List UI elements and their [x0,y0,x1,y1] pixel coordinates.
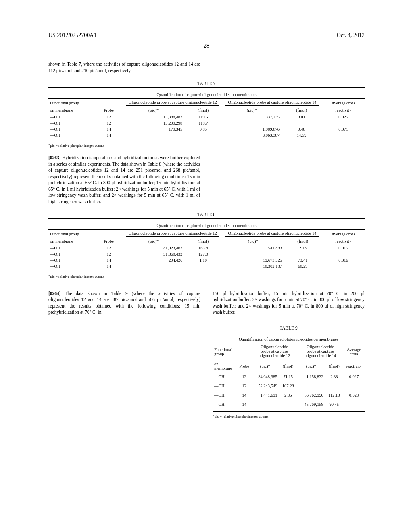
paragraph-0264-right: 150 μl hybridization buffer; 15 min hybr… [213,291,365,316]
intro-paragraph: shown in Table 7, where the activities o… [48,61,200,74]
table-row: —OH1213,299,298118.7 [48,120,365,126]
table-row: —OH1445,769,15890.45 [213,400,365,409]
table-row: —OH1213,388,487119.5337,2353.010.025 [48,114,365,121]
col-probe14: Oligonucleotide probe at capture oligonu… [225,100,319,106]
table-9-label: TABLE 9 [213,326,365,330]
table-row: —OH143,063,38714.59 [48,132,365,138]
publication-date: Oct. 4, 2012 [337,32,365,39]
col-pic12: (pic)* [123,107,184,114]
table-8-label: TABLE 8 [48,212,365,217]
page-number: 28 [48,43,365,49]
table-8-footnote: *pic = relative phosphorimager counts [48,274,365,278]
col-probe: Probe [95,107,123,114]
col-membrane: on membrane [48,107,95,114]
table-7-title: Quantification of captured oligonucleoti… [157,92,257,97]
col-fmol12: (fmol) [184,107,222,114]
publication-number: US 2012/0252700A1 [48,32,96,39]
col-fmol14: (fmol) [281,107,322,114]
table-7: TABLE 7 Quantification of captured oligo… [48,81,365,148]
table-9-title: Quantification of captured oligonucleoti… [239,337,338,341]
col-probe12: Oligonucleotide probe at capture oligonu… [126,100,219,106]
table-8: TABLE 8 Quantification of captured oligo… [48,212,365,278]
table-8-title: Quantification of captured oligonucleoti… [157,223,257,228]
para-num-0263: [0263] [48,155,61,160]
table-7-label: TABLE 7 [48,81,365,86]
table-row: —OH141,441,6912.8556,762,990112.180.028 [213,391,365,400]
col-pic14: (pic)* [223,107,281,114]
table-row: —OH1252,243,549107.28 [213,381,365,391]
paragraph-0264-left: [0264] The data shown in Table 9 (where … [48,291,200,316]
col-func-group: Functional group [48,99,95,107]
table-row: —OH1234,648,38571.151,158,8322.380.027 [213,372,365,382]
table-row: —OH14294,4261.1019,673,32573.410.016 [48,257,365,263]
table-row: —OH1231,868,432127.0 [48,251,365,257]
para-0264-text-left: The data shown in Table 9 (where the act… [48,291,200,315]
para-num-0264: [0264] [48,291,61,296]
table-9-footnote: *pic = relative phosphorimager counts [213,414,365,418]
table-row: —OH1418,302,18768.29 [48,263,365,269]
table-row: —OH1241,023,467163.4541,4832.160.015 [48,245,365,251]
table-9: TABLE 9 Quantification of captured oligo… [213,326,365,418]
table-row: —OH14179,3450.851,989,8769.480.071 [48,126,365,132]
col-reactivity: reactivity [322,107,365,114]
paragraph-0263: [0263] Hybridization temperatures and hy… [48,155,200,205]
para-0263-text: Hybridization temperatures and hybridiza… [48,155,200,204]
table-7-footnote: *pic = relative phosphorimager counts [48,143,365,148]
page-header: US 2012/0252700A1 Oct. 4, 2012 [48,32,365,39]
col-avg: Average cross [322,99,365,107]
